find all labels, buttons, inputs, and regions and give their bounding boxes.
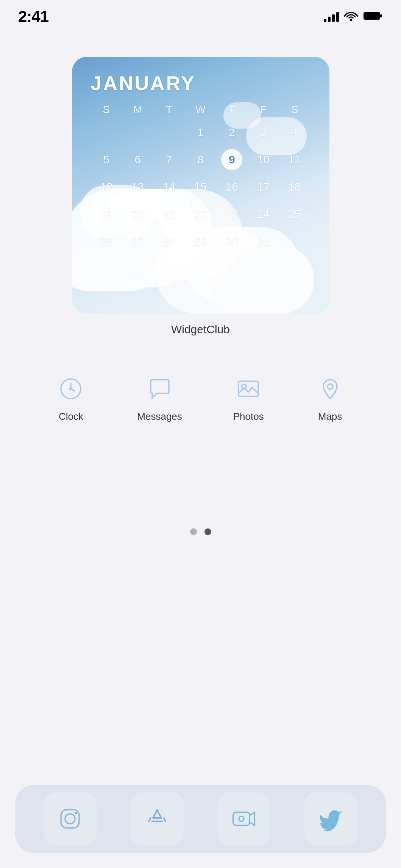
calendar-header: S M T W T F S bbox=[91, 104, 311, 116]
messages-label: Messages bbox=[137, 411, 182, 422]
cal-day-4: 4 bbox=[279, 120, 311, 145]
dock-app-twitter[interactable] bbox=[304, 792, 357, 845]
cal-day-15: 15 bbox=[185, 174, 216, 200]
cal-day-24: 24 bbox=[248, 201, 279, 227]
app-icon-clock[interactable]: Clock bbox=[56, 374, 86, 422]
svg-point-13 bbox=[75, 812, 77, 814]
svg-point-12 bbox=[65, 814, 75, 824]
cal-day-12: 12 bbox=[91, 174, 122, 200]
page-dots bbox=[0, 528, 401, 535]
calendar-grid: S M T W T F S 1 2 3 4 5 6 7 8 bbox=[91, 104, 311, 254]
messages-icon bbox=[145, 374, 175, 404]
cal-day-1: 1 bbox=[185, 120, 216, 145]
status-bar: 2:41 bbox=[0, 0, 401, 26]
status-icons bbox=[324, 11, 383, 23]
wifi-icon bbox=[344, 11, 358, 23]
svg-rect-15 bbox=[233, 812, 250, 826]
calendar-widget[interactable]: JANUARY S M T W T F S 1 2 3 4 5 bbox=[72, 57, 329, 314]
cal-day-21: 21 bbox=[153, 201, 185, 227]
svg-rect-1 bbox=[380, 14, 382, 17]
cal-day-8: 8 bbox=[185, 147, 216, 172]
clock-label: Clock bbox=[59, 411, 83, 422]
weekday-sun: S bbox=[91, 104, 122, 116]
weekday-tue: T bbox=[153, 104, 185, 116]
cal-day-23: 23 bbox=[216, 201, 248, 227]
svg-rect-8 bbox=[239, 381, 258, 396]
cal-day-13: 13 bbox=[122, 174, 153, 200]
cal-day-7: 7 bbox=[153, 147, 185, 172]
dock bbox=[0, 777, 401, 868]
calendar-content: JANUARY S M T W T F S 1 2 3 4 5 bbox=[72, 57, 329, 266]
svg-point-10 bbox=[328, 384, 333, 389]
signal-icon bbox=[324, 11, 339, 22]
app-icon-photos[interactable]: Photos bbox=[233, 374, 264, 422]
cal-day-31: 31 bbox=[248, 228, 279, 254]
calendar-body: 1 2 3 4 5 6 7 8 9 10 11 12 13 14 15 16 1… bbox=[91, 120, 311, 254]
cal-day-10: 10 bbox=[248, 147, 279, 172]
cal-day-6: 6 bbox=[122, 147, 153, 172]
cal-day-28: 28 bbox=[153, 228, 185, 254]
weekday-wed: W bbox=[185, 104, 216, 116]
svg-point-16 bbox=[239, 816, 244, 821]
cal-day-30: 30 bbox=[216, 228, 248, 254]
maps-icon bbox=[315, 374, 345, 404]
cal-day-empty-1 bbox=[91, 120, 122, 145]
maps-label: Maps bbox=[318, 411, 342, 422]
cal-day-5: 5 bbox=[91, 147, 122, 172]
battery-icon bbox=[363, 11, 383, 23]
cal-day-16: 16 bbox=[216, 174, 248, 200]
dock-app-appstore[interactable] bbox=[131, 792, 184, 845]
cal-day-empty-end bbox=[279, 228, 311, 254]
cal-day-26: 26 bbox=[91, 228, 122, 254]
cal-day-25: 25 bbox=[279, 201, 311, 227]
calendar-month: JANUARY bbox=[91, 72, 311, 95]
cal-day-2: 2 bbox=[216, 120, 248, 145]
dock-container bbox=[15, 785, 386, 853]
cal-day-17: 17 bbox=[248, 174, 279, 200]
photos-label: Photos bbox=[233, 411, 264, 422]
cal-day-empty-2 bbox=[122, 120, 153, 145]
cal-day-14: 14 bbox=[153, 174, 185, 200]
cal-day-22: 22 bbox=[185, 201, 216, 227]
weekday-thu: T bbox=[216, 104, 248, 116]
weekday-sat: S bbox=[279, 104, 311, 116]
cal-day-9-today: 9 bbox=[221, 149, 242, 170]
cal-day-empty-3 bbox=[153, 120, 185, 145]
cal-day-20: 20 bbox=[122, 201, 153, 227]
dock-app-instagram[interactable] bbox=[44, 792, 97, 845]
cal-day-3: 3 bbox=[248, 120, 279, 145]
svg-point-7 bbox=[70, 388, 72, 390]
photos-icon bbox=[233, 374, 264, 404]
weekday-fri: F bbox=[248, 104, 279, 116]
clock-icon bbox=[56, 374, 86, 404]
status-time: 2:41 bbox=[18, 8, 48, 26]
cal-day-29: 29 bbox=[185, 228, 216, 254]
app-icons-row: Clock Messages Photos Maps bbox=[0, 351, 401, 422]
svg-rect-3 bbox=[364, 13, 379, 19]
app-icon-messages[interactable]: Messages bbox=[137, 374, 182, 422]
dock-app-facetime[interactable] bbox=[217, 792, 270, 845]
app-icon-maps[interactable]: Maps bbox=[315, 374, 345, 422]
weekday-mon: M bbox=[122, 104, 153, 116]
cal-day-27: 27 bbox=[122, 228, 153, 254]
page-dot-2 bbox=[204, 528, 211, 535]
widget-club-label: WidgetClub bbox=[0, 323, 401, 336]
cal-day-11: 11 bbox=[279, 147, 311, 172]
page-dot-1 bbox=[190, 528, 197, 535]
cal-day-19: 19 bbox=[91, 201, 122, 227]
cal-day-18: 18 bbox=[279, 174, 311, 200]
